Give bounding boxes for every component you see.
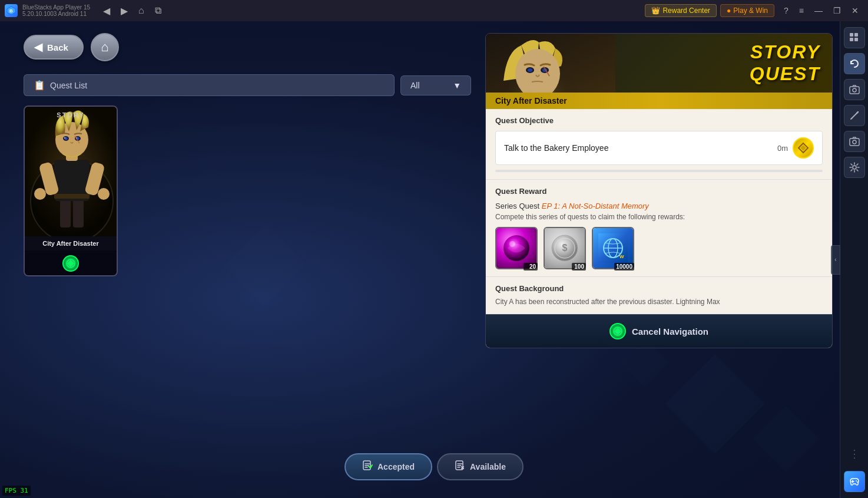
reward-center-button[interactable]: 👑 Reward Center — [645, 4, 717, 17]
svg-rect-47 — [850, 38, 853, 41]
quest-list-header: 📋 Quest List All ▼ — [24, 74, 471, 96]
objective-text: Talk to the Bakery Employee — [504, 143, 608, 153]
series-quest-label: Series Quest EP 1: A Not-So-Distant Memo… — [495, 202, 823, 210]
quest-card-city-after-disaster[interactable]: STORY — [24, 105, 118, 276]
coin-reward-icon: $ — [545, 228, 585, 268]
quest-background-section: Quest Background City A has been reconst… — [486, 277, 832, 314]
app-logo: B — [5, 4, 18, 17]
quest-card-footer — [25, 250, 117, 276]
sidebar-more-options[interactable]: ··· — [849, 449, 860, 460]
titlebar-navigation: ◀ ▶ ⌂ ⧉ — [100, 4, 165, 18]
reward-item-coin: $ 100 — [544, 227, 586, 269]
nav-forward-button[interactable]: ▶ — [117, 4, 131, 18]
bottom-tabs: Accepted Available — [344, 453, 524, 480]
app-title: BlueStacks App Player 15 5.20.10.1003 An… — [22, 4, 90, 17]
sidebar-expand-button[interactable]: ‹ — [831, 245, 840, 275]
reward-items: 20 — [495, 227, 823, 269]
close-button[interactable]: ✕ — [847, 5, 863, 17]
quest-list-icon: 📋 — [34, 80, 45, 91]
quest-objective-section: Quest Objective Talk to the Bakery Emplo… — [486, 109, 832, 180]
background-section-title: Quest Background — [495, 284, 823, 293]
reward-item-book: W 10000 — [592, 227, 634, 269]
svg-text:B: B — [9, 8, 13, 14]
titlebar: B BlueStacks App Player 15 5.20.10.1003 … — [0, 0, 868, 21]
reward-item-orb: 20 — [495, 227, 538, 269]
accepted-icon — [362, 460, 373, 473]
menu-button[interactable]: ≡ — [794, 5, 809, 17]
svg-rect-51 — [850, 138, 859, 146]
objective-progress-bar — [495, 170, 823, 172]
svg-point-21 — [69, 262, 72, 265]
top-navigation: ◀ Back ⌂ — [24, 33, 119, 61]
sidebar-icon-sword[interactable] — [844, 105, 865, 126]
story-quest-header: STORY QUEST — [486, 34, 832, 93]
quest-reward-section: Quest Reward Series Quest EP 1: A Not-So… — [486, 180, 832, 277]
sidebar-icon-camera[interactable] — [844, 79, 865, 100]
sidebar-icon-gamepad[interactable] — [844, 471, 865, 492]
chevron-down-icon: ▼ — [453, 81, 461, 90]
objective-time: 0m — [777, 144, 788, 153]
quest-card-image — [25, 107, 117, 236]
nav-tabs-button[interactable]: ⧉ — [151, 4, 165, 17]
minimize-button[interactable]: — — [810, 5, 827, 17]
navigation-active-icon — [62, 255, 79, 272]
play-win-button[interactable]: ● Play & Win — [720, 4, 774, 17]
coin-icon: ● — [727, 6, 731, 15]
quest-list-title: 📋 Quest List — [24, 74, 395, 96]
fps-counter: FPS 31 — [2, 486, 31, 496]
cancel-navigation-button[interactable]: Cancel Navigation — [486, 314, 832, 348]
nav-back-button[interactable]: ◀ — [100, 4, 114, 18]
objective-nav-icon[interactable] — [793, 137, 814, 159]
svg-point-10 — [34, 188, 46, 200]
orb-icon — [496, 228, 536, 268]
svg-rect-4 — [60, 198, 71, 227]
svg-rect-5 — [73, 198, 84, 227]
sidebar-icon-grid[interactable] — [844, 27, 865, 48]
series-ep-link[interactable]: EP 1: A Not-So-Distant Memory — [542, 202, 649, 210]
titlebar-rewards: 👑 Reward Center ● Play & Win — [645, 4, 774, 17]
svg-rect-7 — [54, 194, 90, 199]
home-button[interactable]: ⌂ — [91, 33, 119, 61]
background-text: City A has been reconstructed after the … — [495, 296, 823, 307]
help-button[interactable]: ? — [779, 5, 793, 17]
coin-count: 100 — [572, 263, 586, 271]
back-button[interactable]: ◀ Back — [24, 35, 84, 60]
svg-point-44 — [616, 329, 619, 333]
quest-subtitle-bar: City After Disaster — [486, 93, 832, 109]
svg-rect-46 — [854, 33, 858, 37]
story-quest-title-overlay: STORY QUEST — [679, 34, 832, 93]
svg-rect-48 — [854, 38, 858, 41]
svg-rect-49 — [850, 87, 859, 94]
accepted-tab[interactable]: Accepted — [344, 453, 432, 480]
svg-point-54 — [856, 480, 857, 481]
nav-home-button[interactable]: ⌂ — [135, 4, 148, 17]
svg-point-18 — [64, 137, 65, 138]
objective-right: 0m — [777, 137, 814, 159]
book-count: 10000 — [614, 263, 634, 271]
series-description: Compete this series of quests to claim t… — [495, 213, 823, 221]
right-sidebar: ‹ — [840, 21, 868, 498]
back-arrow-icon: ◀ — [34, 41, 42, 54]
restore-button[interactable]: ❐ — [829, 5, 846, 17]
titlebar-window-controls: ? ≡ — ❐ ✕ — [779, 5, 863, 17]
sidebar-icon-settings[interactable] — [844, 157, 865, 178]
orb-count: 20 — [524, 263, 538, 271]
svg-point-11 — [98, 188, 110, 200]
svg-point-53 — [853, 166, 856, 169]
story-quest-panel: STORY QUEST City After Disaster Quest Ob… — [485, 33, 833, 348]
story-label: STORY — [750, 41, 820, 63]
svg-point-50 — [853, 88, 856, 92]
filter-dropdown[interactable]: All ▼ — [400, 75, 471, 95]
sidebar-icon-refresh[interactable] — [844, 53, 865, 74]
sidebar-icon-camera2[interactable] — [844, 131, 865, 152]
svg-rect-45 — [850, 33, 853, 37]
quest-label: QUEST — [750, 63, 820, 85]
character-art — [486, 34, 615, 93]
available-tab[interactable]: Available — [437, 453, 524, 480]
available-icon — [455, 460, 465, 473]
home-icon: ⌂ — [101, 39, 108, 55]
quest-card-title: City After Disaster — [25, 236, 117, 250]
quest-category-label: STORY — [25, 111, 117, 118]
crown-icon: 👑 — [651, 6, 660, 15]
quest-objective-box: Talk to the Bakery Employee 0m — [495, 131, 823, 165]
